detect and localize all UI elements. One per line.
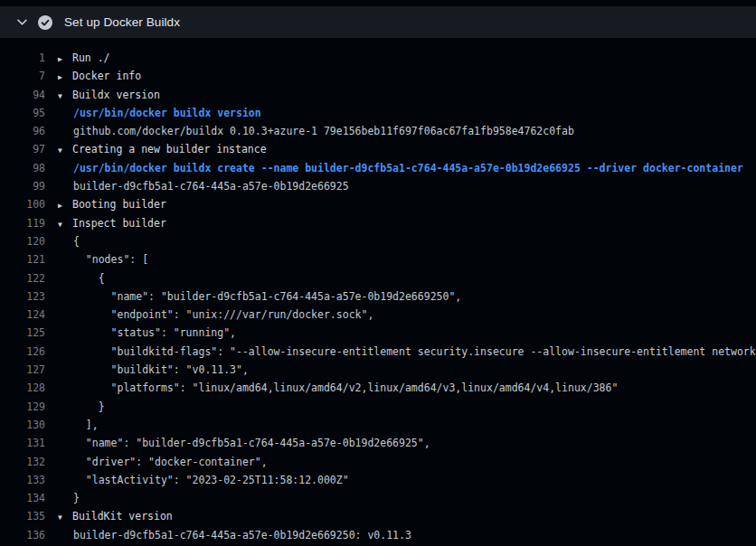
log-group-title[interactable]: Booting builder — [72, 195, 166, 213]
log-output-text: "lastActivity": "2023-02-25T11:58:12.000… — [73, 471, 349, 489]
log-content-row: 120{ — [0, 232, 756, 250]
log-command-text: /usr/bin/docker buildx version — [73, 104, 261, 122]
line-number-link[interactable]: 129 — [0, 398, 45, 416]
log-group-row[interactable]: 7▶Docker info — [0, 67, 756, 85]
log-output-text: } — [73, 398, 105, 416]
group-collapsed-icon[interactable]: ▶ — [58, 69, 72, 87]
line-number-link[interactable]: 97 — [0, 140, 45, 158]
log-output-text: github.com/docker/buildx 0.10.3+azure-1 … — [73, 122, 574, 140]
log-content-row: 99builder-d9cfb5a1-c764-445a-a57e-0b19d2… — [0, 177, 756, 195]
log-group-row[interactable]: 97▼Creating a new builder instance — [0, 140, 756, 158]
log-content-row: 126 "buildkitd-flags": "--allow-insecure… — [0, 343, 756, 361]
log-output-text: } — [73, 489, 80, 507]
log-output-text: "buildkitd-flags": "--allow-insecure-ent… — [73, 343, 756, 361]
log-output-text: "driver": "docker-container", — [73, 453, 268, 471]
log-content-row: 124 "endpoint": "unix:///var/run/docker.… — [0, 306, 756, 324]
line-number-link[interactable]: 132 — [0, 453, 45, 471]
line-number-link[interactable]: 7 — [0, 67, 45, 85]
log-content-row: 130 ], — [0, 416, 756, 434]
group-expanded-icon[interactable]: ▼ — [58, 88, 72, 106]
line-number-link[interactable]: 119 — [0, 214, 45, 232]
log-group-row[interactable]: 1▶Run ./ — [0, 49, 756, 67]
log-content-row: 128 "platforms": "linux/amd64,linux/amd6… — [0, 379, 756, 397]
check-circle-icon — [38, 15, 64, 30]
log-output-text: "name": "builder-d9cfb5a1-c764-445a-a57e… — [73, 434, 430, 452]
log-content-row: 125 "status": "running", — [0, 324, 756, 342]
step-title: Set up Docker Buildx — [64, 15, 180, 29]
line-number-link[interactable]: 126 — [0, 343, 45, 361]
log-group-title[interactable]: Docker info — [72, 67, 141, 85]
log-content-row: 95/usr/bin/docker buildx version — [0, 104, 756, 122]
log-lines: 1▶Run ./7▶Docker info94▼Buildx version95… — [0, 38, 756, 544]
group-expanded-icon[interactable]: ▼ — [58, 509, 72, 527]
log-group-title[interactable]: BuildKit version — [72, 507, 173, 525]
log-group-row[interactable]: 94▼Buildx version — [0, 86, 756, 104]
line-number-link[interactable]: 136 — [0, 526, 45, 544]
log-output-text: "nodes": [ — [73, 250, 148, 268]
log-output-text: "status": "running", — [73, 324, 236, 342]
log-content-row: 122 { — [0, 269, 756, 287]
log-content-row: 132 "driver": "docker-container", — [0, 453, 756, 471]
line-number-link[interactable]: 100 — [0, 195, 45, 213]
line-number-link[interactable]: 130 — [0, 416, 45, 434]
log-output-text: { — [73, 269, 105, 287]
line-number-link[interactable]: 123 — [0, 287, 45, 306]
log-output-text: "name": "builder-d9cfb5a1-c764-445a-a57e… — [73, 287, 461, 306]
group-expanded-icon[interactable]: ▼ — [58, 216, 72, 234]
line-number-link[interactable]: 133 — [0, 471, 45, 489]
log-output-text: "buildkit": "v0.11.3", — [73, 361, 249, 379]
line-number-link[interactable]: 96 — [0, 122, 45, 140]
log-content-row: 121 "nodes": [ — [0, 250, 756, 268]
log-output-text: "platforms": "linux/amd64,linux/amd64/v2… — [73, 379, 618, 397]
line-number-link[interactable]: 99 — [0, 177, 45, 195]
group-collapsed-icon[interactable]: ▶ — [58, 51, 72, 69]
log-content-row: 136builder-d9cfb5a1-c764-445a-a57e-0b19d… — [0, 526, 756, 544]
line-number-link[interactable]: 127 — [0, 361, 45, 379]
line-number-link[interactable]: 1 — [0, 49, 45, 67]
log-group-title[interactable]: Buildx version — [72, 86, 160, 104]
log-group-row[interactable]: 100▶Booting builder — [0, 195, 756, 213]
line-number-link[interactable]: 125 — [0, 324, 45, 342]
log-content-row: 98/usr/bin/docker buildx create --name b… — [0, 159, 756, 177]
line-number-link[interactable]: 131 — [0, 434, 45, 452]
line-number-link[interactable]: 98 — [0, 159, 45, 177]
log-group-title[interactable]: Inspect builder — [72, 214, 166, 232]
log-output-text: { — [73, 232, 80, 250]
log-group-row[interactable]: 135▼BuildKit version — [0, 507, 756, 525]
group-collapsed-icon[interactable]: ▶ — [58, 197, 72, 215]
log-content-row: 96github.com/docker/buildx 0.10.3+azure-… — [0, 122, 756, 140]
log-content-row: 123 "name": "builder-d9cfb5a1-c764-445a-… — [0, 287, 756, 306]
group-expanded-icon[interactable]: ▼ — [58, 142, 72, 160]
line-number-link[interactable]: 94 — [0, 86, 45, 104]
line-number-link[interactable]: 122 — [0, 269, 45, 287]
log-output-text: builder-d9cfb5a1-c764-445a-a57e-0b19d2e6… — [73, 526, 411, 544]
step-header[interactable]: Set up Docker Buildx — [0, 6, 756, 38]
line-number-link[interactable]: 121 — [0, 250, 45, 268]
line-number-link[interactable]: 134 — [0, 489, 45, 507]
log-content-row: 127 "buildkit": "v0.11.3", — [0, 361, 756, 379]
chevron-down-icon[interactable] — [16, 16, 38, 28]
line-number-link[interactable]: 95 — [0, 104, 45, 122]
log-group-title[interactable]: Run ./ — [72, 49, 110, 67]
log-content-row: 129 } — [0, 398, 756, 416]
actions-log-viewer: Set up Docker Buildx 1▶Run ./7▶Docker in… — [0, 0, 756, 546]
log-content-row: 134} — [0, 489, 756, 507]
line-number-link[interactable]: 128 — [0, 379, 45, 397]
log-group-title[interactable]: Creating a new builder instance — [72, 140, 267, 158]
line-number-link[interactable]: 120 — [0, 232, 45, 250]
log-output-text: "endpoint": "unix:///var/run/docker.sock… — [73, 306, 373, 324]
log-output-text: ], — [73, 416, 99, 434]
log-content-row: 133 "lastActivity": "2023-02-25T11:58:12… — [0, 471, 756, 489]
log-output-text: builder-d9cfb5a1-c764-445a-a57e-0b19d2e6… — [73, 177, 349, 195]
log-command-text: /usr/bin/docker buildx create --name bui… — [73, 159, 743, 177]
log-group-row[interactable]: 119▼Inspect builder — [0, 214, 756, 232]
log-content-row: 131 "name": "builder-d9cfb5a1-c764-445a-… — [0, 434, 756, 452]
line-number-link[interactable]: 124 — [0, 306, 45, 324]
line-number-link[interactable]: 135 — [0, 507, 45, 525]
